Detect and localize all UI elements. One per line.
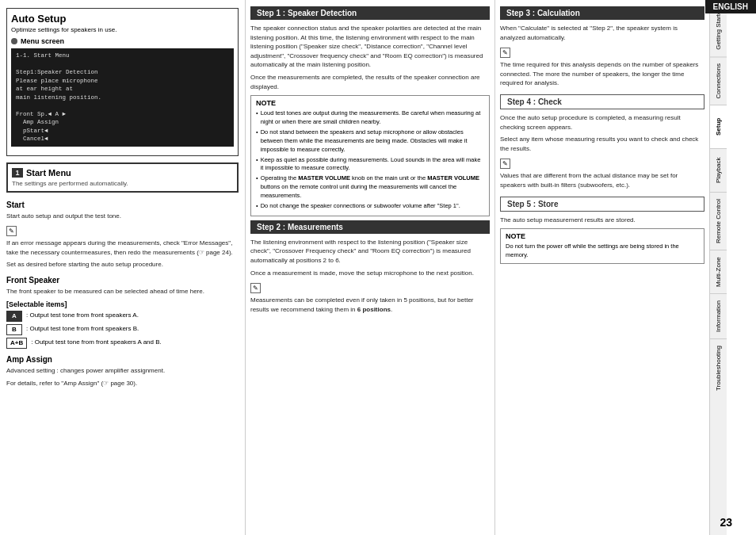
- step3-text1: When "Calculate" is selected at "Step 2"…: [500, 24, 704, 42]
- menu-screen-label: Menu screen: [11, 37, 234, 45]
- tab-information[interactable]: Information: [710, 293, 727, 338]
- item-badge-ab: A+B: [6, 338, 27, 349]
- start-menu-desc: The settings are performed automatically…: [12, 180, 233, 187]
- step1-text2: Once the measurements are completed, the…: [250, 73, 490, 91]
- tab-troubleshooting[interactable]: Troubleshooting: [710, 338, 727, 397]
- step4-text2: Select any item whose measuring results …: [500, 135, 704, 153]
- step5-note-text: Do not turn the power off while the sett…: [506, 243, 699, 260]
- item-badge-a: A: [6, 311, 22, 322]
- start-note2: Set as desired before starting the auto …: [6, 260, 239, 269]
- edit-icon-1: ✎: [6, 226, 17, 236]
- step2-note: Measurements can be completed even if on…: [250, 296, 490, 314]
- start-heading: Start: [6, 201, 239, 209]
- start-note: If an error message appears during the m…: [6, 239, 239, 257]
- step5-header: Step 5 : Store: [500, 197, 704, 212]
- step1-note-label: NOTE: [256, 99, 484, 107]
- step1-note-items: • Loud test tones are output during the …: [256, 109, 484, 211]
- step3-header: Step 3 : Calculation: [500, 6, 704, 20]
- step4-text1: Once the auto setup procedure is complet…: [500, 113, 704, 132]
- step5-text1: The auto setup measurement results are s…: [500, 216, 704, 225]
- tab-setup[interactable]: Setup: [710, 105, 727, 148]
- front-speaker-text: The front speaker to be measured can be …: [6, 287, 239, 296]
- item-text-ab: : Output test tone from front speakers A…: [31, 338, 162, 346]
- auto-setup-box: Auto Setup Optimize settings for speaker…: [6, 8, 239, 156]
- edit-icon-2: ✎: [250, 283, 261, 293]
- menu-screen-text: Menu screen: [21, 37, 64, 45]
- page-number: 23: [720, 516, 732, 529]
- edit-icon-3: ✎: [500, 48, 510, 58]
- step2-header: Step 2 : Measurements: [250, 220, 490, 234]
- start-menu-header: 1 Start Menu: [12, 168, 233, 178]
- sidebar-tabs: Getting Started Connections Setup Playba…: [709, 0, 727, 535]
- step2-text2: Once a measurement is made, move the set…: [250, 269, 490, 278]
- left-column: Auto Setup Optimize settings for speaker…: [0, 0, 246, 535]
- selectable-items-label: [Selectable items]: [6, 300, 239, 308]
- edit-icon-4: ✎: [500, 159, 510, 169]
- amp-assign-text2: For details, refer to "Amp Assign" (☞ pa…: [6, 379, 239, 388]
- start-text: Start auto setup and output the test ton…: [6, 212, 239, 221]
- english-header: ENGLISH: [705, 0, 756, 13]
- step4-header: Step 4 : Check: [500, 94, 704, 109]
- item-badge-b: B: [6, 324, 22, 335]
- start-menu-badge: 1: [12, 168, 23, 178]
- tab-remote-control[interactable]: Remote Control: [710, 192, 727, 250]
- tab-playback[interactable]: Playback: [710, 148, 727, 192]
- right-column: Step 3 : Calculation When "Calculate" is…: [495, 0, 709, 535]
- item-row-b: B : Output test tone from front speakers…: [6, 324, 239, 335]
- step1-note-box: NOTE • Loud test tones are output during…: [250, 95, 490, 216]
- step5-note-label: NOTE: [506, 232, 699, 240]
- step5-note-box: NOTE Do not turn the power off while the…: [500, 228, 704, 264]
- step1-text1: The speaker connection status and the sp…: [250, 24, 490, 70]
- item-row-a: A : Output test tone from front speakers…: [6, 311, 239, 322]
- amp-assign-text: Advanced setting : changes power amplifi…: [6, 366, 239, 376]
- item-row-ab: A+B : Output test tone from front speake…: [6, 338, 239, 349]
- step2-text1: The listening environment with respect t…: [250, 238, 490, 266]
- amp-assign-heading: Amp Assign: [6, 355, 239, 364]
- mid-column: Step 1 : Speaker Detection The speaker c…: [246, 0, 495, 535]
- step1-header: Step 1 : Speaker Detection: [250, 6, 490, 20]
- terminal-box: 1-1. Start Menu Step1:Speaker Detection …: [11, 48, 234, 147]
- front-speaker-heading: Front Speaker: [6, 276, 239, 285]
- start-menu-box: 1 Start Menu The settings are performed …: [6, 162, 239, 193]
- item-text-a: : Output test tone from front speakers A…: [26, 311, 139, 319]
- auto-setup-subtitle: Optimize settings for speakers in use.: [11, 26, 234, 33]
- item-text-b: : Output test tone from front speakers B…: [26, 324, 139, 333]
- step4-text3: Values that are different from the actua…: [500, 171, 704, 189]
- circle-bullet: [11, 38, 17, 44]
- auto-setup-title: Auto Setup: [11, 13, 234, 25]
- tab-connections[interactable]: Connections: [710, 56, 727, 105]
- start-menu-title: Start Menu: [26, 168, 71, 178]
- tab-multi-zone[interactable]: Multi-Zone: [710, 250, 727, 293]
- step3-text2: The time required for this analysis depe…: [500, 60, 704, 88]
